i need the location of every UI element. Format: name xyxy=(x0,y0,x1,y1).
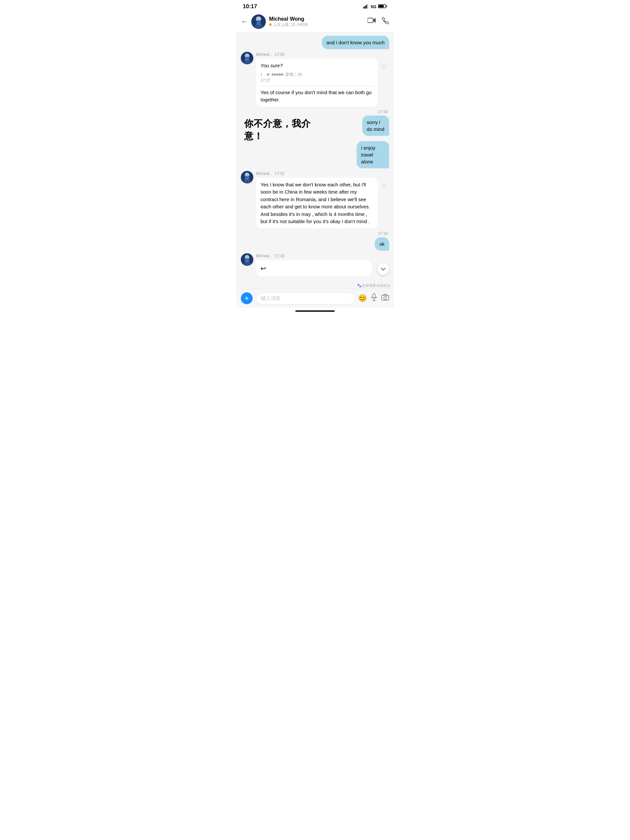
bubble-italic-1: You sure? xyxy=(261,62,373,69)
svg-rect-0 xyxy=(363,7,364,8)
msg-meta-1: Micheal， 17:30 xyxy=(256,52,378,57)
bubble-body-2: Yes I know that we don't know each other… xyxy=(261,181,373,226)
network-label: 5G xyxy=(371,4,376,9)
bubble-received-2: Yes I know that we don't know each other… xyxy=(256,178,378,229)
bubble-divider-1 xyxy=(261,86,373,86)
home-indicator xyxy=(236,308,394,316)
message-sent-1: and i don't know you much xyxy=(241,36,389,49)
svg-rect-17 xyxy=(245,57,249,61)
msg-content-1: Micheal， 17:30 You sure? z ■ ■■■■■ ,星期二 … xyxy=(256,52,378,107)
svg-marker-13 xyxy=(373,18,376,23)
chat-area: and i don't know you much Micheal， 17:30… xyxy=(236,33,394,283)
plus-icon: + xyxy=(245,294,249,303)
status-bar: 10:17 5G xyxy=(236,0,394,12)
bubble-sent-3: i enjoy travel alone xyxy=(357,141,390,168)
scroll-down-button[interactable] xyxy=(377,263,389,275)
input-bar: + 键入消息 😊 xyxy=(236,289,394,308)
bubble-received-1: You sure? z ■ ■■■■■ ,星期二 的 17:27 Yes of … xyxy=(256,59,378,107)
svg-point-31 xyxy=(387,296,388,297)
overlay-text: 你不介意，我介意！ xyxy=(244,117,315,142)
sender-name-1: Micheal， xyxy=(256,52,273,57)
msg-time-3: 17:33 xyxy=(275,254,284,258)
svg-rect-26 xyxy=(373,294,375,298)
message-sent-2: sorry i do mind xyxy=(348,115,389,136)
bubble-sent-ok: ok xyxy=(375,237,389,251)
msg-meta-2: Micheal， 17:32 xyxy=(256,171,378,177)
svg-rect-2 xyxy=(366,5,367,8)
camera-button[interactable] xyxy=(381,294,389,303)
status-time: 10:17 xyxy=(243,3,257,10)
message-sent-3: i enjoy travel alone xyxy=(339,141,389,168)
svg-rect-12 xyxy=(368,18,373,23)
header-actions xyxy=(368,17,389,26)
message-sent-ok: ok xyxy=(241,237,389,251)
sender-name-2: Micheal， xyxy=(256,171,273,176)
timestamp-1730: 17:30 xyxy=(241,110,389,114)
bubble-received-3: ↩ xyxy=(256,260,372,276)
message-received-1: Micheal， 17:30 You sure? z ■ ■■■■■ ,星期二 … xyxy=(241,52,389,107)
online-indicator xyxy=(269,23,272,26)
svg-rect-6 xyxy=(379,5,384,7)
svg-rect-21 xyxy=(245,176,249,180)
battery-icon xyxy=(378,4,387,9)
svg-rect-11 xyxy=(257,21,261,22)
msg-content-3: Micheal， 17:33 ↩ xyxy=(256,253,372,276)
status-icons: 5G xyxy=(363,4,387,9)
sender-avatar-1 xyxy=(241,52,253,64)
bubble-sent-2: sorry i do mind xyxy=(362,115,389,136)
svg-point-30 xyxy=(384,297,387,300)
contact-status: 上次上线: 15 小时前 xyxy=(269,22,368,28)
message-received-3: Micheal， 17:33 ↩ xyxy=(241,253,389,276)
bubble-sent-1: and i don't know you much xyxy=(322,36,389,49)
msg-time-1: 17:30 xyxy=(275,52,284,57)
add-button[interactable]: + xyxy=(241,292,253,304)
emoji-button[interactable]: 😊 xyxy=(358,294,367,303)
sender-avatar-2 xyxy=(241,171,253,183)
sender-name-3: Micheal， xyxy=(256,254,273,258)
bubble-body-1: Yes of course if you don't mind that we … xyxy=(261,89,373,104)
quoted-msg-1: z ■ ■■■■■ ,星期二 的 17:27 xyxy=(261,71,373,83)
signal-icon xyxy=(363,4,369,9)
svg-rect-25 xyxy=(245,258,249,262)
contact-avatar xyxy=(251,14,266,29)
emoji-reaction-1[interactable]: ☺ xyxy=(381,62,387,71)
contact-name: Micheal Wong xyxy=(269,16,368,22)
svg-rect-1 xyxy=(365,6,366,8)
sender-avatar-3 xyxy=(241,253,253,266)
timestamp-1732: 17:32 xyxy=(241,231,389,236)
svg-rect-3 xyxy=(367,4,368,8)
watermark: 🐾@深海夜未眠拾柒 xyxy=(236,283,394,289)
overlay-row: 你不介意，我介意！ sorry i do mind i enjoy travel… xyxy=(241,115,389,171)
msg-content-2: Micheal， 17:32 Yes I know that we don't … xyxy=(256,171,378,229)
last-seen: 上次上线: 15 小时前 xyxy=(273,22,308,28)
video-call-button[interactable] xyxy=(368,17,376,26)
input-placeholder: 键入消息 xyxy=(261,295,281,301)
input-icons: 😊 xyxy=(358,293,389,303)
message-received-2: Micheal， 17:32 Yes I know that we don't … xyxy=(241,171,389,229)
home-bar xyxy=(295,310,335,312)
back-button[interactable]: ← xyxy=(241,17,248,26)
emoji-reaction-2[interactable]: ☺ xyxy=(381,180,387,190)
contact-info: Micheal Wong 上次上线: 15 小时前 xyxy=(269,16,368,28)
message-input[interactable]: 键入消息 xyxy=(256,292,355,305)
msg-meta-3: Micheal， 17:33 xyxy=(256,253,372,259)
msg-time-2: 17:32 xyxy=(275,171,284,176)
voice-call-button[interactable] xyxy=(382,17,389,26)
reply-arrow: ↩ xyxy=(261,265,266,272)
svg-rect-5 xyxy=(386,6,387,7)
mic-button[interactable] xyxy=(371,293,377,303)
chat-header: ← Micheal Wong 上次上线: 15 小时前 xyxy=(236,12,394,33)
